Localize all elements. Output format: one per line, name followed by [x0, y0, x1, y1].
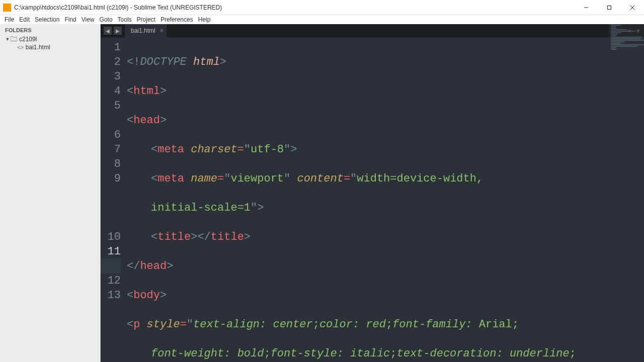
tab-history-back[interactable]: ◀ [104, 27, 112, 35]
editor-area: ◀ ▶ bai1.html × + ▾ 1 2 3 [101, 24, 644, 362]
folder-label: c2109l [19, 36, 37, 43]
folder-icon [11, 36, 17, 43]
sidebar-header: FOLDERS [0, 24, 100, 35]
line-number: 5 [101, 99, 121, 113]
file-row[interactable]: <> bai1.html [0, 43, 100, 51]
menubar: File Edit Selection Find View Goto Tools… [0, 15, 644, 24]
minimap[interactable] [609, 24, 644, 362]
tab-active[interactable]: bai1.html × [125, 24, 167, 37]
line-number: 2 [101, 55, 121, 69]
maximize-button[interactable] [598, 0, 621, 15]
tab-history-forward[interactable]: ▶ [114, 27, 122, 35]
menu-find[interactable]: Find [62, 16, 78, 23]
line-number: 11 [101, 244, 121, 259]
workspace: FOLDERS ▼ c2109l <> bai1.html ◀ ▶ [0, 24, 644, 362]
menu-tools[interactable]: Tools [115, 16, 134, 23]
tab-bar: ◀ ▶ bai1.html × + ▾ [101, 24, 644, 37]
menu-edit[interactable]: Edit [17, 16, 32, 23]
line-number: 1 [101, 40, 121, 55]
folders-sidebar: FOLDERS ▼ c2109l <> bai1.html [0, 24, 101, 362]
menu-file[interactable]: File [2, 16, 17, 23]
app-icon [3, 4, 11, 12]
folder-arrow-icon: ▼ [5, 37, 10, 42]
line-number: 6 [101, 128, 121, 142]
app-window: C:\xampp\htdocs\c2109l\bai1.html (c2109l… [0, 0, 644, 362]
titlebar: C:\xampp\htdocs\c2109l\bai1.html (c2109l… [0, 0, 644, 15]
menu-view[interactable]: View [79, 16, 97, 23]
tab-label: bai1.html [131, 27, 155, 34]
editor-body[interactable]: 1 2 3 4 5 6 7 8 9 10 11 12 [101, 37, 644, 362]
menu-project[interactable]: Project [134, 16, 158, 23]
menu-help[interactable]: Help [196, 16, 213, 23]
line-number: 13 [101, 288, 121, 303]
line-number: 9 [101, 171, 121, 186]
close-button[interactable] [621, 0, 644, 15]
minimize-button[interactable] [575, 0, 598, 15]
line-number: 8 [101, 157, 121, 171]
window-controls [575, 0, 644, 15]
code-content[interactable]: <!DOCTYPE html> <html> <head> <meta char… [126, 37, 644, 362]
tab-close-icon[interactable]: × [160, 27, 164, 34]
menu-preferences[interactable]: Preferences [158, 16, 196, 23]
line-number: 10 [101, 230, 121, 244]
menu-goto[interactable]: Goto [97, 16, 115, 23]
svg-rect-1 [608, 6, 611, 9]
folder-row[interactable]: ▼ c2109l [0, 35, 100, 43]
line-number: 4 [101, 84, 121, 99]
window-title: C:\xampp\htdocs\c2109l\bai1.html (c2109l… [14, 4, 222, 11]
line-number: 7 [101, 142, 121, 157]
file-icon: <> [17, 44, 24, 50]
line-number: 12 [101, 274, 121, 288]
line-number: 3 [101, 69, 121, 84]
line-gutter: 1 2 3 4 5 6 7 8 9 10 11 12 [101, 37, 126, 362]
file-label: bai1.html [26, 44, 50, 51]
menu-selection[interactable]: Selection [32, 16, 62, 23]
